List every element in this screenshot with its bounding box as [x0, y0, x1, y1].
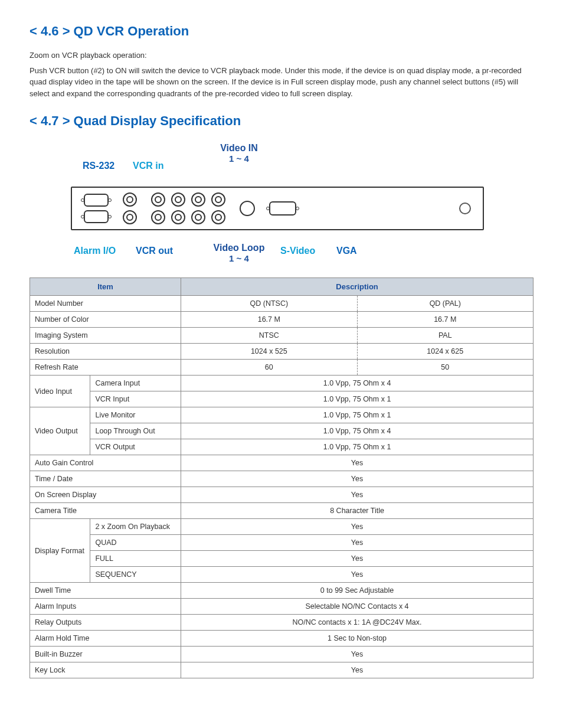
label-s-video: S-Video: [280, 246, 315, 256]
cell-value: Yes: [181, 455, 533, 471]
cell-sublabel: SEQUENCY: [90, 567, 181, 583]
cell-value: Yes: [181, 519, 533, 535]
vcr-bnc-icon: [123, 192, 137, 224]
table-row: Display Format 2 x Zoom On Playback Yes: [30, 519, 533, 535]
cell-value: Yes: [181, 647, 533, 662]
cell-value: NO/NC contacts x 1: 1A @DC24V Max.: [181, 615, 533, 631]
label-video-in-range: 1 ~ 4: [204, 154, 274, 164]
label-vga: VGA: [336, 246, 357, 256]
rear-panel: [71, 187, 484, 230]
table-row: Refresh Rate 60 50: [30, 360, 533, 376]
cell-value: Selectable NO/NC Contacts x 4: [181, 599, 533, 615]
cell-value: Yes: [181, 662, 533, 678]
cell-label: Auto Gain Control: [30, 455, 181, 471]
table-row: Alarm Inputs Selectable NO/NC Contacts x…: [30, 599, 533, 615]
table-row: Built-in Buzzer Yes: [30, 647, 533, 662]
table-row: Camera Title 8 Character Title: [30, 503, 533, 519]
label-video-loop-range: 1 ~ 4: [204, 253, 274, 263]
table-row: Dwell Time 0 to 99 Sec Adjustable: [30, 583, 533, 599]
cell-label: Video Output: [30, 407, 90, 455]
cell-value: Yes: [181, 567, 533, 583]
cell-value: 16.7 M: [357, 312, 533, 328]
cell-value: QD (PAL): [357, 296, 533, 312]
cell-value: 16.7 M: [181, 312, 357, 328]
cell-value: 8 Character Title: [181, 503, 533, 519]
rs232-port-icon: [84, 194, 109, 223]
vcr-intro: Zoom on VCR playback operation:: [30, 50, 533, 61]
table-row: Alarm Hold Time 1 Sec to Non-stop: [30, 631, 533, 647]
cell-sublabel: 2 x Zoom On Playback: [90, 519, 181, 535]
cell-value: Yes: [181, 551, 533, 567]
cell-value: 60: [181, 360, 357, 376]
cell-label: Display Format: [30, 519, 90, 583]
table-row: Video Output Live Monitor 1.0 Vpp, 75 Oh…: [30, 407, 533, 423]
label-video-loop-text: Video Loop: [214, 243, 265, 253]
cell-label: Resolution: [30, 344, 181, 360]
cell-label: Camera Title: [30, 503, 181, 519]
table-row: Resolution 1024 x 525 1024 x 625: [30, 344, 533, 360]
table-row: VCR Output 1.0 Vpp, 75 Ohm x 1: [30, 439, 533, 455]
rear-panel-diagram: RS-232 VCR in Video IN 1 ~ 4 Alarm I/O V…: [47, 139, 484, 263]
table-row: QUAD Yes: [30, 535, 533, 551]
cell-sublabel: FULL: [90, 551, 181, 567]
cell-label: Alarm Hold Time: [30, 631, 181, 647]
table-row: Auto Gain Control Yes: [30, 455, 533, 471]
cell-value: 1024 x 625: [357, 344, 533, 360]
vcr-body: Push VCR button (#2) to ON will switch t…: [30, 65, 533, 100]
label-video-loop: Video Loop 1 ~ 4: [204, 243, 274, 263]
cell-label: Alarm Inputs: [30, 599, 181, 615]
label-video-in-text: Video IN: [220, 143, 258, 153]
table-row: On Screen Display Yes: [30, 487, 533, 503]
table-row: Model Number QD (NTSC) QD (PAL): [30, 296, 533, 312]
table-row: Time / Date Yes: [30, 471, 533, 487]
table-row: VCR Input 1.0 Vpp, 75 Ohm x 1: [30, 391, 533, 407]
video-bnc-grid-icon: [151, 192, 225, 224]
label-alarm-io: Alarm I/O: [74, 246, 116, 256]
cell-sublabel: VCR Input: [90, 391, 181, 407]
table-row: Key Lock Yes: [30, 662, 533, 678]
label-vcr-out: VCR out: [136, 246, 173, 256]
cell-value: Yes: [181, 535, 533, 551]
table-row: Video Input Camera Input 1.0 Vpp, 75 Ohm…: [30, 376, 533, 391]
table-row: Loop Through Out 1.0 Vpp, 75 Ohm x 4: [30, 423, 533, 439]
label-vcr-in: VCR in: [133, 161, 163, 171]
cell-label: On Screen Display: [30, 487, 181, 503]
table-row: FULL Yes: [30, 551, 533, 567]
cell-value: QD (NTSC): [181, 296, 357, 312]
cell-sublabel: Camera Input: [90, 376, 181, 391]
table-row: SEQUENCY Yes: [30, 567, 533, 583]
header-item: Item: [30, 278, 181, 296]
cell-sublabel: Live Monitor: [90, 407, 181, 423]
cell-value: 1.0 Vpp, 75 Ohm x 4: [181, 423, 533, 439]
cell-label: Model Number: [30, 296, 181, 312]
table-row: Relay Outputs NO/NC contacts x 1: 1A @DC…: [30, 615, 533, 631]
cell-sublabel: QUAD: [90, 535, 181, 551]
cell-value: PAL: [357, 328, 533, 344]
cell-value: 1.0 Vpp, 75 Ohm x 1: [181, 439, 533, 455]
vga-port-icon: [269, 201, 296, 216]
header-description: Description: [181, 278, 533, 296]
cell-label: Dwell Time: [30, 583, 181, 599]
section-4-6-title: < 4.6 > QD VCR Operation: [30, 24, 533, 39]
s-video-port-icon: [240, 201, 255, 216]
cell-value: NTSC: [181, 328, 357, 344]
cell-value: 1 Sec to Non-stop: [181, 631, 533, 647]
cell-label: Number of Color: [30, 312, 181, 328]
label-rs232: RS-232: [83, 161, 114, 171]
cell-label: Key Lock: [30, 662, 181, 678]
spec-table: Item Description Model Number QD (NTSC) …: [30, 278, 533, 678]
cell-value: Yes: [181, 487, 533, 503]
cell-label: Built-in Buzzer: [30, 647, 181, 662]
cell-sublabel: Loop Through Out: [90, 423, 181, 439]
mounting-hole-icon: [459, 203, 471, 214]
cell-sublabel: VCR Output: [90, 439, 181, 455]
cell-value: 1.0 Vpp, 75 Ohm x 1: [181, 407, 533, 423]
cell-label: Relay Outputs: [30, 615, 181, 631]
cell-value: 0 to 99 Sec Adjustable: [181, 583, 533, 599]
cell-label: Video Input: [30, 376, 90, 407]
section-4-7-title: < 4.7 > Quad Display Specification: [30, 113, 533, 129]
cell-value: 1.0 Vpp, 75 Ohm x 1: [181, 391, 533, 407]
cell-value: Yes: [181, 471, 533, 487]
cell-value: 1.0 Vpp, 75 Ohm x 4: [181, 376, 533, 391]
cell-value: 50: [357, 360, 533, 376]
